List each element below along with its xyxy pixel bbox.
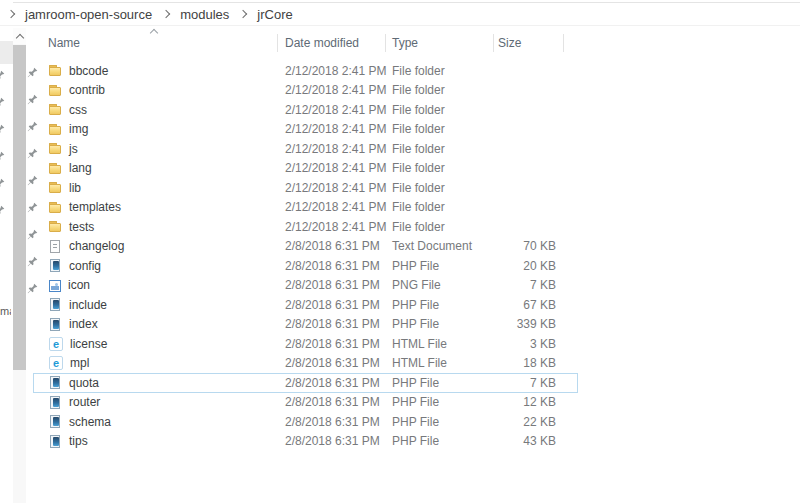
column-divider[interactable]	[277, 34, 278, 52]
folder-icon	[49, 142, 62, 155]
png-file-icon	[49, 280, 61, 292]
file-name: icon	[68, 278, 90, 292]
column-divider[interactable]	[493, 34, 494, 52]
file-type: File folder	[392, 103, 497, 117]
file-name: css	[69, 103, 87, 117]
file-size: 7 KB	[497, 278, 578, 292]
file-size: 12 KB	[497, 395, 578, 409]
file-name: index	[69, 317, 98, 331]
file-type: File folder	[392, 220, 497, 234]
breadcrumb-segment-current[interactable]: jrCore	[255, 6, 294, 23]
file-row[interactable]: config 2/8/2018 6:31 PM PHP File 20 KB	[33, 256, 578, 276]
column-divider[interactable]	[563, 34, 564, 52]
php-file-icon	[49, 396, 62, 409]
chevron-up-icon	[15, 33, 23, 41]
file-name: mpl	[70, 356, 89, 370]
column-header-size[interactable]: Size	[498, 36, 521, 50]
column-header-row: Name Date modified Type Size	[33, 32, 800, 54]
column-divider[interactable]	[385, 34, 386, 52]
file-row[interactable]: license 2/8/2018 6:31 PM HTML File 3 KB	[33, 334, 578, 354]
php-file-icon	[49, 259, 62, 272]
breadcrumb-segment-modules[interactable]: modules	[178, 6, 231, 23]
file-date: 2/12/2018 2:41 PM	[285, 200, 392, 214]
file-type: PHP File	[392, 259, 497, 273]
file-type: PHP File	[392, 434, 497, 448]
file-row[interactable]: lang 2/12/2018 2:41 PM File folder	[33, 159, 578, 179]
folder-icon	[49, 84, 62, 97]
file-row[interactable]: tests 2/12/2018 2:41 PM File folder	[33, 217, 578, 237]
file-date: 2/12/2018 2:41 PM	[285, 220, 392, 234]
folder-icon	[49, 103, 62, 116]
html-file-icon	[49, 356, 63, 370]
file-date: 2/8/2018 6:31 PM	[285, 298, 392, 312]
file-row[interactable]: changelog 2/8/2018 6:31 PM Text Document…	[33, 237, 578, 257]
breadcrumb-segment-root[interactable]: jamroom-open-source	[23, 6, 154, 23]
nav-scrollbar-thumb[interactable]	[13, 45, 26, 370]
file-row[interactable]: router 2/8/2018 6:31 PM PHP File 12 KB	[33, 393, 578, 413]
file-date: 2/8/2018 6:31 PM	[285, 434, 392, 448]
php-file-icon	[49, 318, 62, 331]
breadcrumb-divider	[0, 25, 800, 26]
chevron-right-icon[interactable]	[162, 10, 170, 18]
file-row[interactable]: bbcode 2/12/2018 2:41 PM File folder	[33, 61, 578, 81]
file-date: 2/12/2018 2:41 PM	[285, 122, 392, 136]
column-header-name[interactable]: Name	[48, 36, 80, 50]
chevron-right-icon[interactable]	[7, 10, 15, 18]
file-name: bbcode	[69, 64, 108, 78]
pin-icon	[0, 205, 5, 216]
file-row[interactable]: mpl 2/8/2018 6:31 PM HTML File 18 KB	[33, 354, 578, 374]
file-size: 7 KB	[497, 376, 578, 390]
file-row[interactable]: contrib 2/12/2018 2:41 PM File folder	[33, 81, 578, 101]
folder-icon	[49, 220, 62, 233]
breadcrumb: jamroom-open-source modules jrCore	[0, 5, 295, 23]
file-row[interactable]: templates 2/12/2018 2:41 PM File folder	[33, 198, 578, 218]
file-date: 2/8/2018 6:31 PM	[285, 278, 392, 292]
folder-icon	[49, 181, 62, 194]
file-name: schema	[69, 415, 111, 429]
folder-icon	[49, 201, 62, 214]
text-document-icon	[49, 240, 62, 253]
file-type: PNG File	[392, 278, 497, 292]
file-row[interactable]: icon 2/8/2018 6:31 PM PNG File 7 KB	[33, 276, 578, 296]
file-name: license	[70, 337, 107, 351]
file-date: 2/8/2018 6:31 PM	[285, 259, 392, 273]
html-file-icon	[49, 337, 63, 351]
php-file-icon	[49, 376, 62, 389]
file-name: img	[69, 122, 88, 136]
file-size: 22 KB	[497, 415, 578, 429]
file-row[interactable]: tips 2/8/2018 6:31 PM PHP File 43 KB	[33, 432, 578, 452]
pin-icon	[0, 124, 5, 135]
nav-pane-cut-text: ma	[0, 305, 11, 317]
file-row[interactable]: schema 2/8/2018 6:31 PM PHP File 22 KB	[33, 412, 578, 432]
file-type: File folder	[392, 142, 497, 156]
file-date: 2/8/2018 6:31 PM	[285, 239, 392, 253]
chevron-right-icon[interactable]	[239, 10, 247, 18]
file-row-selected[interactable]: quota 2/8/2018 6:31 PM PHP File 7 KB	[33, 373, 578, 393]
file-type: File folder	[392, 83, 497, 97]
php-file-icon	[49, 415, 62, 428]
file-row[interactable]: include 2/8/2018 6:31 PM PHP File 67 KB	[33, 295, 578, 315]
file-row[interactable]: css 2/12/2018 2:41 PM File folder	[33, 100, 578, 120]
file-row[interactable]: lib 2/12/2018 2:41 PM File folder	[33, 178, 578, 198]
scrollbar-up-button[interactable]	[13, 28, 26, 44]
pin-icon	[0, 97, 5, 108]
file-date: 2/12/2018 2:41 PM	[285, 64, 392, 78]
column-header-type[interactable]: Type	[392, 36, 418, 50]
file-row[interactable]: img 2/12/2018 2:41 PM File folder	[33, 120, 578, 140]
pin-icon	[0, 151, 5, 162]
file-type: File folder	[392, 200, 497, 214]
sort-ascending-icon	[151, 30, 157, 36]
file-row[interactable]: index 2/8/2018 6:31 PM PHP File 339 KB	[33, 315, 578, 335]
file-row[interactable]: js 2/12/2018 2:41 PM File folder	[33, 139, 578, 159]
file-date: 2/12/2018 2:41 PM	[285, 142, 392, 156]
php-file-icon	[49, 435, 62, 448]
file-name: contrib	[69, 83, 105, 97]
file-size: 43 KB	[497, 434, 578, 448]
file-date: 2/8/2018 6:31 PM	[285, 317, 392, 331]
file-date: 2/12/2018 2:41 PM	[285, 161, 392, 175]
file-name: router	[69, 395, 100, 409]
file-type: HTML File	[392, 337, 497, 351]
file-name: include	[69, 298, 107, 312]
column-header-date-modified[interactable]: Date modified	[285, 36, 359, 50]
file-date: 2/8/2018 6:31 PM	[285, 356, 392, 370]
